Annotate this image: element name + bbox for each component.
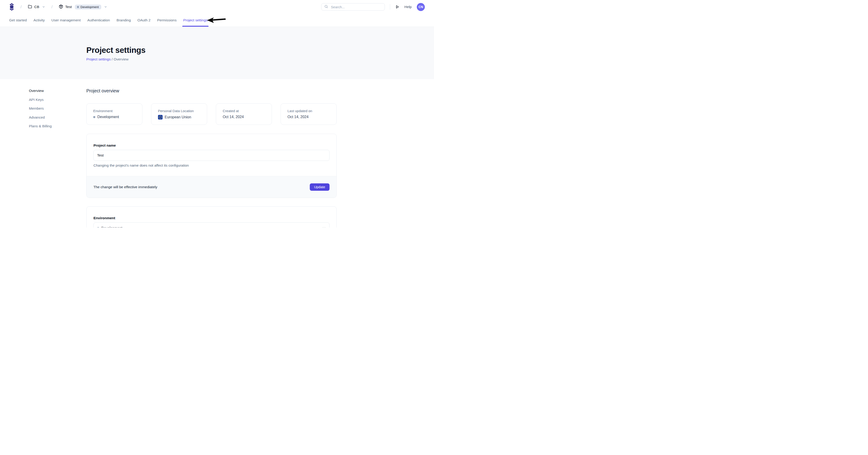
tab-user-management[interactable]: User management <box>52 14 81 27</box>
info-card-created-at: Created at Oct 14, 2024 <box>216 104 272 125</box>
update-button[interactable]: Update <box>310 183 330 191</box>
info-card-data-location: Personal Data Location <box>151 104 207 125</box>
project-name-card: Project name Changing the project's name… <box>86 134 337 198</box>
sidebar-item-plans-billing[interactable]: Plans & Billing <box>29 124 52 129</box>
breadcrumb-current: Overview <box>114 57 129 61</box>
info-card-row: Environment Development Personal Data Lo… <box>86 104 337 125</box>
search-icon <box>324 5 328 9</box>
tab-branding[interactable]: Branding <box>117 14 131 27</box>
chevron-down-icon <box>322 226 326 227</box>
breadcrumb-slash: / <box>52 4 53 9</box>
eu-flag-icon <box>158 115 162 119</box>
project-switcher[interactable]: Test Development <box>59 4 107 10</box>
breadcrumb-link[interactable]: Project settings <box>86 57 111 61</box>
environment-badge: Development <box>75 5 101 9</box>
main-tabs: Get started Activity User management Aut… <box>0 14 434 27</box>
project-name: Test <box>65 5 72 9</box>
sidebar-item-api-keys[interactable]: API Keys <box>29 98 52 102</box>
help-link[interactable]: Help <box>404 5 412 9</box>
main-content: Project overview Environment Development… <box>86 88 337 227</box>
environment-label: Environment <box>93 216 330 220</box>
tab-project-settings[interactable]: Project settings <box>183 14 208 27</box>
footer-note: The change will be effective immediately <box>93 185 157 189</box>
project-name-help: Changing the project's name does not aff… <box>93 163 330 168</box>
tab-activity[interactable]: Activity <box>33 14 45 27</box>
chevron-down-icon <box>42 5 45 8</box>
sidebar-item-members[interactable]: Members <box>29 106 52 111</box>
status-dot-icon <box>97 227 99 228</box>
tab-get-started[interactable]: Get started <box>9 14 27 27</box>
page-header: Project settings Project settings / Over… <box>0 27 434 79</box>
section-title: Project overview <box>86 88 337 93</box>
topbar-actions: Help CN <box>321 3 425 11</box>
breadcrumb-separator: / <box>112 57 113 61</box>
corbado-logo-icon[interactable] <box>9 3 14 11</box>
project-name-label: Project name <box>93 143 330 147</box>
page-title: Project settings <box>86 46 434 54</box>
tab-permissions[interactable]: Permissions <box>157 14 176 27</box>
sidebar-item-advanced[interactable]: Advanced <box>29 115 52 120</box>
tab-oauth2[interactable]: OAuth 2 <box>137 14 151 27</box>
org-name: CB <box>34 5 39 9</box>
vertical-divider <box>390 4 390 10</box>
settings-side-nav: Overview API Keys Members Advanced Plans… <box>29 89 52 129</box>
project-name-input[interactable] <box>93 150 330 161</box>
environment-select[interactable]: Development <box>93 223 330 227</box>
info-card-last-updated: Last updated on Oct 14, 2024 <box>281 104 337 125</box>
chevron-down-icon <box>104 5 107 8</box>
top-bar: / CB / Test Development <box>0 0 434 14</box>
project-name-card-footer: The change will be effective immediately… <box>87 176 336 198</box>
environment-badge-label: Development <box>81 5 99 9</box>
search-input[interactable] <box>331 5 382 9</box>
tab-authentication[interactable]: Authentication <box>87 14 110 27</box>
status-dot-icon <box>77 6 79 8</box>
annotation-arrow-icon <box>207 17 226 24</box>
environment-select-value: Development <box>101 226 122 227</box>
package-icon <box>59 4 63 10</box>
breadcrumb-slash: / <box>21 4 22 9</box>
environment-card: Environment Development <box>86 206 337 227</box>
search-box[interactable] <box>321 3 385 10</box>
play-icon[interactable] <box>395 5 399 9</box>
org-switcher[interactable]: CB <box>28 4 45 10</box>
info-card-environment: Environment Development <box>86 104 143 125</box>
avatar[interactable]: CN <box>417 3 425 11</box>
breadcrumb: Project settings / Overview <box>86 57 434 61</box>
status-dot-icon <box>93 116 95 118</box>
sidebar-item-overview[interactable]: Overview <box>29 89 52 93</box>
folder-icon <box>28 4 32 10</box>
